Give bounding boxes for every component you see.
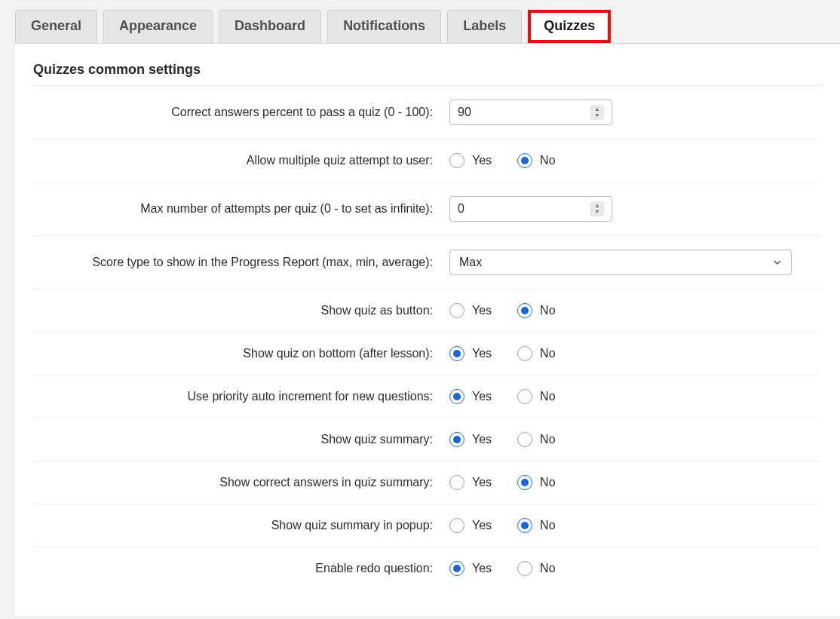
chevron-down-icon <box>773 258 782 267</box>
settings-content: Quizzes common settings Correct answers … <box>15 43 840 616</box>
input-value: 0 <box>458 202 464 216</box>
radio-label: No <box>540 562 555 575</box>
tab-quizzes[interactable]: Quizzes <box>528 10 611 43</box>
radio-label: No <box>540 433 555 446</box>
radio-label: Yes <box>472 562 492 575</box>
row-show-summary: Show quiz summary: Yes No <box>33 418 822 461</box>
radio-label: Yes <box>472 476 492 489</box>
row-max-attempts: Max number of attempts per quiz (0 - to … <box>33 182 822 236</box>
radio-show-summary-popup-no[interactable]: No <box>517 518 555 533</box>
label-score-type: Score type to show in the Progress Repor… <box>33 256 433 269</box>
row-show-correct-summary: Show correct answers in quiz summary: Ye… <box>33 461 822 504</box>
radio-icon <box>449 389 464 404</box>
radio-show-summary-popup-yes[interactable]: Yes <box>449 518 492 533</box>
spinner-icon[interactable]: ▲▼ <box>590 105 604 120</box>
radio-icon <box>517 518 532 533</box>
label-show-bottom: Show quiz on bottom (after lesson): <box>33 347 433 360</box>
radio-label: Yes <box>472 304 492 317</box>
tab-labels[interactable]: Labels <box>447 10 522 43</box>
label-show-as-button: Show quiz as button: <box>33 304 433 317</box>
radio-label: No <box>540 347 555 360</box>
label-show-summary-popup: Show quiz summary in popup: <box>33 519 433 532</box>
input-pass-percent[interactable]: 90 ▲▼ <box>449 100 612 125</box>
radio-label: No <box>540 154 555 167</box>
radio-label: No <box>540 304 555 317</box>
label-allow-multiple: Allow multiple quiz attempt to user: <box>33 154 433 167</box>
radio-icon <box>449 153 464 168</box>
radio-icon <box>449 346 464 361</box>
row-pass-percent: Correct answers percent to pass a quiz (… <box>33 86 822 139</box>
radio-priority-auto-yes[interactable]: Yes <box>449 389 492 404</box>
radio-label: Yes <box>472 390 492 403</box>
radio-label: Yes <box>472 433 492 446</box>
tab-general[interactable]: General <box>15 10 97 43</box>
radio-icon <box>517 475 532 490</box>
label-show-summary: Show quiz summary: <box>33 433 433 446</box>
label-max-attempts: Max number of attempts per quiz (0 - to … <box>33 202 433 216</box>
radio-icon <box>517 432 532 447</box>
radio-label: Yes <box>472 347 492 360</box>
label-priority-auto: Use priority auto increment for new ques… <box>33 390 433 403</box>
radio-icon <box>517 153 532 168</box>
tab-appearance[interactable]: Appearance <box>103 10 213 43</box>
radio-show-correct-summary-yes[interactable]: Yes <box>449 475 492 490</box>
radio-show-summary-no[interactable]: No <box>517 432 555 447</box>
radio-priority-auto-no[interactable]: No <box>517 389 555 404</box>
radio-show-bottom-no[interactable]: No <box>517 346 555 361</box>
radio-icon <box>449 432 464 447</box>
select-score-type[interactable]: Max <box>449 250 792 275</box>
radio-icon <box>517 303 532 318</box>
row-score-type: Score type to show in the Progress Repor… <box>33 236 822 290</box>
radio-allow-multiple-no[interactable]: No <box>517 153 555 168</box>
row-enable-redo: Enable redo question: Yes No <box>33 547 822 590</box>
radio-label: No <box>540 390 555 403</box>
radio-show-correct-summary-no[interactable]: No <box>517 475 555 490</box>
radio-icon <box>449 475 464 490</box>
tab-label: Dashboard <box>235 18 305 33</box>
spinner-icon[interactable]: ▲▼ <box>590 201 604 216</box>
radio-label: Yes <box>472 154 492 167</box>
tab-label: Notifications <box>343 18 425 33</box>
radio-label: No <box>540 519 555 532</box>
tab-label: Quizzes <box>544 18 595 33</box>
radio-label: Yes <box>472 519 492 532</box>
radio-icon <box>517 346 532 361</box>
row-show-as-button: Show quiz as button: Yes No <box>33 290 822 332</box>
radio-show-bottom-yes[interactable]: Yes <box>449 346 492 361</box>
radio-icon <box>449 303 464 318</box>
label-enable-redo: Enable redo question: <box>33 562 433 575</box>
radio-icon <box>517 561 532 576</box>
select-value: Max <box>459 256 482 269</box>
radio-icon <box>517 389 532 404</box>
row-show-summary-popup: Show quiz summary in popup: Yes No <box>33 504 822 547</box>
tab-label: Appearance <box>119 18 197 33</box>
row-allow-multiple: Allow multiple quiz attempt to user: Yes… <box>33 139 822 182</box>
tab-bar: General Appearance Dashboard Notificatio… <box>0 0 840 43</box>
label-pass-percent: Correct answers percent to pass a quiz (… <box>33 106 433 119</box>
radio-enable-redo-no[interactable]: No <box>517 561 555 576</box>
input-max-attempts[interactable]: 0 ▲▼ <box>449 196 612 222</box>
radio-icon <box>449 561 464 576</box>
tab-dashboard[interactable]: Dashboard <box>219 10 321 43</box>
section-title: Quizzes common settings <box>33 62 822 86</box>
radio-label: No <box>540 476 555 489</box>
row-show-bottom: Show quiz on bottom (after lesson): Yes … <box>33 332 822 375</box>
radio-show-as-button-no[interactable]: No <box>517 303 555 318</box>
radio-icon <box>449 518 464 533</box>
radio-show-summary-yes[interactable]: Yes <box>449 432 492 447</box>
input-value: 90 <box>458 106 471 119</box>
radio-allow-multiple-yes[interactable]: Yes <box>449 153 492 168</box>
radio-enable-redo-yes[interactable]: Yes <box>449 561 492 576</box>
tab-label: Labels <box>463 18 506 33</box>
label-show-correct-summary: Show correct answers in quiz summary: <box>33 476 433 489</box>
radio-show-as-button-yes[interactable]: Yes <box>449 303 492 318</box>
tab-notifications[interactable]: Notifications <box>327 10 441 43</box>
row-priority-auto: Use priority auto increment for new ques… <box>33 375 822 418</box>
tab-label: General <box>31 18 81 33</box>
